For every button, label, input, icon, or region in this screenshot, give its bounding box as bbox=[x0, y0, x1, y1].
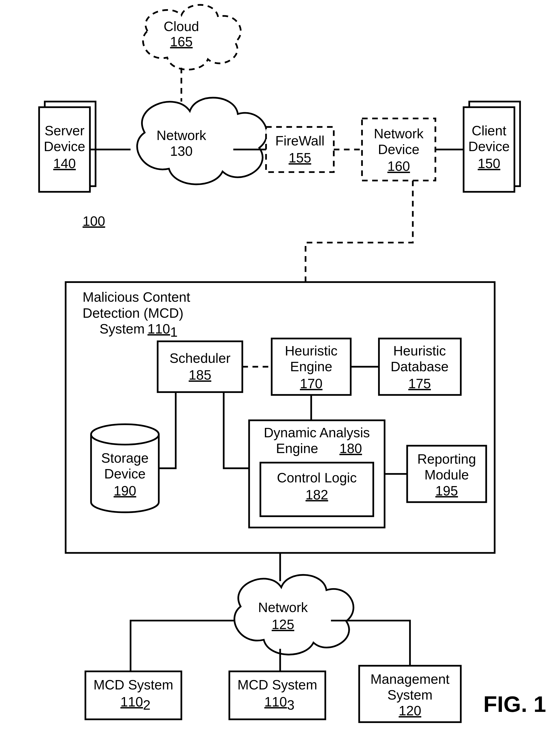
report-label1: Reporting bbox=[417, 451, 476, 467]
client-label2: Device bbox=[468, 139, 510, 154]
svg-point-0 bbox=[91, 424, 159, 444]
ctrl-ref: 182 bbox=[306, 487, 328, 502]
figure-label: FIG. 1 bbox=[483, 691, 546, 717]
client-label1: Client bbox=[472, 123, 506, 138]
server-label1: Server bbox=[45, 123, 85, 138]
cloud-ref: 165 bbox=[170, 34, 193, 49]
hengine-ref: 170 bbox=[300, 376, 323, 391]
scheduler-ref: 185 bbox=[189, 367, 211, 383]
mcd-label3: System bbox=[99, 321, 144, 336]
cloud-label: Cloud bbox=[164, 19, 199, 34]
hengine-label2: Engine bbox=[290, 359, 332, 374]
mcd-label2: Detection (MCD) bbox=[83, 305, 183, 321]
netdev-ref: 160 bbox=[388, 159, 410, 174]
netdev-label2: Device bbox=[378, 142, 420, 157]
ctrl-label: Control Logic bbox=[277, 470, 357, 485]
report-ref: 195 bbox=[435, 483, 458, 498]
connector bbox=[306, 180, 413, 282]
client-ref: 150 bbox=[478, 156, 500, 171]
network125-label: Network bbox=[258, 600, 308, 615]
dae-label1: Dynamic Analysis bbox=[263, 425, 370, 440]
mgmt-label2: System bbox=[388, 687, 433, 703]
network-label: Network bbox=[157, 128, 206, 143]
storage-label1: Storage bbox=[101, 450, 148, 466]
system-ref: 100 bbox=[83, 213, 105, 229]
firewall-ref: 155 bbox=[289, 150, 311, 165]
scheduler-label: Scheduler bbox=[169, 351, 230, 366]
figure-diagram: Cloud 165 Server Device 140 Network 130 … bbox=[0, 0, 549, 756]
storage-label2: Device bbox=[104, 466, 146, 481]
server-label2: Device bbox=[44, 139, 85, 154]
network-ref: 130 bbox=[170, 143, 193, 159]
scheduler-box bbox=[158, 341, 242, 392]
dae-label2: Engine bbox=[276, 441, 318, 456]
network125-ref: 125 bbox=[272, 617, 295, 632]
mgmt-label1: Management bbox=[371, 671, 450, 687]
report-label2: Module bbox=[425, 467, 469, 482]
dae-ref: 180 bbox=[339, 441, 362, 456]
mcd3-label: MCD System bbox=[237, 677, 317, 692]
storage-ref: 190 bbox=[114, 483, 136, 498]
connector bbox=[130, 621, 235, 671]
mcd-label1: Malicious Content bbox=[83, 290, 190, 305]
server-ref: 140 bbox=[53, 156, 76, 171]
mcd2-label: MCD System bbox=[93, 677, 173, 692]
netdev-label1: Network bbox=[374, 126, 424, 141]
firewall-label: FireWall bbox=[275, 133, 324, 149]
hdb-ref: 175 bbox=[408, 376, 431, 391]
hdb-label1: Heuristic bbox=[393, 343, 446, 358]
hdb-label2: Database bbox=[391, 359, 449, 374]
mgmt-ref: 120 bbox=[399, 703, 421, 718]
hengine-label1: Heuristic bbox=[285, 343, 338, 358]
